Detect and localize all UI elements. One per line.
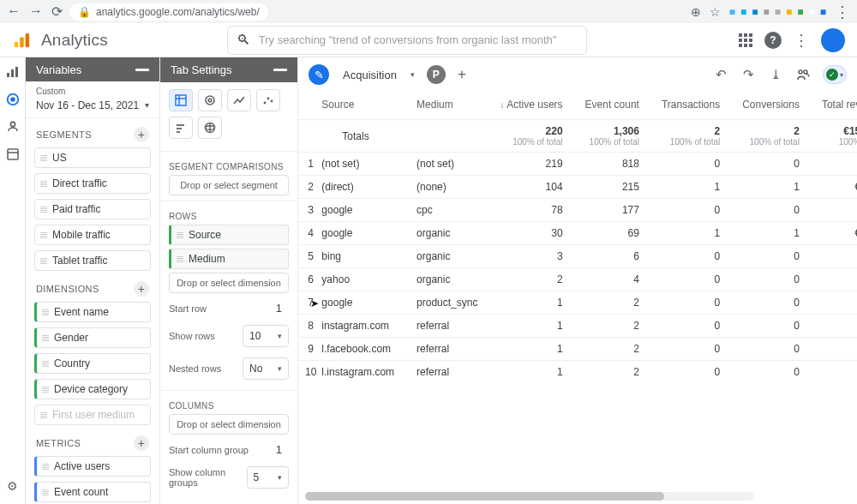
table-viz-button[interactable] <box>169 89 193 111</box>
drag-grip-icon[interactable] <box>42 335 49 341</box>
drag-grip-icon[interactable] <box>177 232 183 238</box>
pill-item[interactable]: Tablet traffic <box>34 250 151 271</box>
settings-gear-icon[interactable]: ⚙ <box>5 478 21 494</box>
column-header[interactable]: Active users <box>493 92 578 120</box>
nested-rows-select[interactable]: No▾ <box>243 357 289 380</box>
table-row[interactable]: 4googleorganic306911€ <box>298 222 857 245</box>
date-range-picker[interactable]: Nov 16 - Dec 15, 2021 ▾ <box>26 98 159 118</box>
pill-item[interactable]: Active users <box>34 456 151 477</box>
rail-explore-icon[interactable] <box>5 92 21 107</box>
pill-item[interactable]: US <box>34 147 151 168</box>
add-dimension-button[interactable]: + <box>134 281 149 297</box>
reload-icon[interactable]: ⟳ <box>51 3 63 20</box>
bookmark-star-icon[interactable]: ☆ <box>710 5 721 19</box>
table-row[interactable]: 8instagram.comreferral1200 <box>298 315 857 338</box>
drag-grip-icon[interactable] <box>40 258 47 264</box>
extension-icon[interactable]: ■ <box>820 6 826 18</box>
extension-icon[interactable]: ■ <box>809 6 815 18</box>
drag-grip-icon[interactable] <box>42 464 49 470</box>
column-header[interactable]: Total rev <box>815 92 857 120</box>
extension-icon[interactable]: ■ <box>797 6 803 18</box>
pill-item[interactable]: Direct traffic <box>34 173 151 194</box>
table-row[interactable]: 2(direct)(none)10421511€ <box>298 176 857 199</box>
redo-icon[interactable]: ↷ <box>740 67 756 82</box>
pill-item[interactable]: Country <box>34 353 151 374</box>
show-rows-select[interactable]: 10▾ <box>243 325 289 347</box>
download-icon[interactable]: ⤓ <box>768 67 783 82</box>
edit-tab-icon[interactable]: ✎ <box>309 64 329 85</box>
forward-icon[interactable]: → <box>29 3 43 20</box>
table-row[interactable]: 10l.instagram.comreferral1200 <box>298 361 857 384</box>
table-row[interactable]: 5bingorganic3600 <box>298 245 857 268</box>
page-zoom-icon[interactable]: ⊕ <box>691 5 701 19</box>
extension-icon[interactable]: ■ <box>775 6 781 18</box>
add-tab-button[interactable]: + <box>454 67 470 82</box>
undo-icon[interactable]: ↶ <box>713 67 728 82</box>
row-pill[interactable]: Source <box>169 225 289 245</box>
segment-drop-zone[interactable]: Drop or select segment <box>169 175 289 195</box>
sampling-status-pill[interactable]: ✓▾ <box>823 65 847 84</box>
start-row-value[interactable]: 1 <box>276 302 289 315</box>
drag-grip-icon[interactable] <box>42 387 49 393</box>
extension-icon[interactable]: ■ <box>764 6 770 18</box>
add-segment-button[interactable]: + <box>134 127 149 142</box>
back-icon[interactable]: ← <box>7 3 21 20</box>
line-viz-button[interactable] <box>227 89 251 111</box>
drag-grip-icon[interactable] <box>42 489 49 495</box>
row-dimension-drop-zone[interactable]: Drop or select dimension <box>169 273 289 293</box>
table-row[interactable]: 7googleproduct_sync1200 <box>298 291 857 315</box>
column-header[interactable]: Source <box>320 92 410 120</box>
column-header[interactable]: Transactions <box>655 92 735 120</box>
drag-grip-icon[interactable] <box>42 309 49 315</box>
drag-grip-icon[interactable] <box>177 256 183 262</box>
table-row[interactable]: 3googlecpc7817700 <box>298 199 857 222</box>
extension-icon[interactable]: ■ <box>729 6 735 18</box>
geo-viz-button[interactable] <box>198 117 222 139</box>
table-row[interactable]: 9l.facebook.comreferral1200 <box>298 338 857 361</box>
drag-grip-icon[interactable] <box>40 412 47 418</box>
table-row[interactable]: 6yahooorganic2400 <box>298 268 857 291</box>
collapse-variables-icon[interactable] <box>135 69 149 71</box>
pill-item[interactable]: Event name <box>34 302 151 322</box>
extension-icon[interactable]: ■ <box>786 6 792 18</box>
tab-name-dropdown[interactable]: Acquisition ▾ <box>338 63 418 87</box>
row-pill[interactable]: Medium <box>169 249 289 269</box>
column-header[interactable]: Medium <box>410 92 493 120</box>
pill-item[interactable]: Paid traffic <box>34 199 151 219</box>
extension-icon[interactable]: ■ <box>752 6 758 18</box>
add-metric-button[interactable]: + <box>134 435 149 451</box>
column-header[interactable]: Conversions <box>735 92 815 120</box>
extension-icon[interactable]: ■ <box>740 6 746 18</box>
rail-library-icon[interactable] <box>5 147 21 162</box>
column-header[interactable]: Event count <box>578 92 655 120</box>
col-dimension-drop-zone[interactable]: Drop or select dimension <box>169 414 289 435</box>
global-search[interactable]: 🔍︎ Try searching "trend of conversions f… <box>227 26 587 55</box>
help-icon[interactable]: ? <box>764 32 782 49</box>
rail-audiences-icon[interactable] <box>5 119 21 135</box>
pill-item[interactable]: Device category <box>34 379 151 399</box>
donut-viz-button[interactable] <box>198 89 222 111</box>
horizontal-scrollbar[interactable] <box>305 492 754 501</box>
scatter-viz-button[interactable] <box>256 89 280 111</box>
bar-viz-button[interactable] <box>169 117 193 139</box>
pill-item[interactable]: Mobile traffic <box>34 225 151 245</box>
share-icon[interactable] <box>795 67 811 82</box>
drag-grip-icon[interactable] <box>42 361 49 367</box>
omnibox[interactable]: 🔒 analytics.google.com/analytics/web/ <box>69 3 268 21</box>
pill-item[interactable]: Gender <box>34 327 151 348</box>
chrome-menu-icon[interactable]: ⋮ <box>835 3 850 21</box>
pill-item[interactable]: Event count <box>34 482 151 502</box>
collapse-settings-icon[interactable] <box>273 69 287 71</box>
dashboard-grid-icon[interactable] <box>739 33 752 47</box>
table-row[interactable]: 1(not set)(not set)21981800 <box>298 153 857 176</box>
start-col-value[interactable]: 1 <box>276 443 289 456</box>
drag-grip-icon[interactable] <box>40 181 47 187</box>
account-menu-icon[interactable]: ⋮ <box>794 31 809 50</box>
drag-grip-icon[interactable] <box>40 232 47 238</box>
show-col-select[interactable]: 5▾ <box>247 466 289 489</box>
rail-bar-chart-icon[interactable] <box>5 64 21 80</box>
drag-grip-icon[interactable] <box>40 207 47 213</box>
user-avatar[interactable] <box>821 28 845 52</box>
drag-grip-icon[interactable] <box>40 155 47 161</box>
tab-chip[interactable]: P <box>427 65 446 84</box>
